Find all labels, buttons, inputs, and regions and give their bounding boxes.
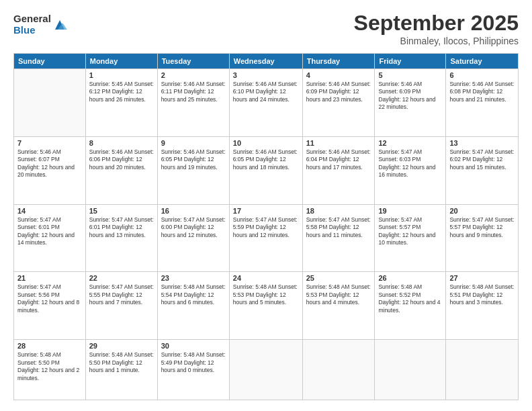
day-info: Sunrise: 5:47 AM Sunset: 5:56 PM Dayligh… <box>17 283 82 314</box>
col-thursday: Thursday <box>302 54 375 69</box>
col-wednesday: Wednesday <box>229 54 302 69</box>
day-info: Sunrise: 5:48 AM Sunset: 5:49 PM Dayligh… <box>161 351 226 374</box>
day-info: Sunrise: 5:48 AM Sunset: 5:53 PM Dayligh… <box>233 283 299 306</box>
day-info: Sunrise: 5:47 AM Sunset: 5:58 PM Dayligh… <box>306 216 371 239</box>
day-info: Sunrise: 5:47 AM Sunset: 5:57 PM Dayligh… <box>449 216 515 239</box>
day-info: Sunrise: 5:47 AM Sunset: 6:01 PM Dayligh… <box>89 216 154 239</box>
day-number: 24 <box>233 274 299 282</box>
col-sunday: Sunday <box>14 54 86 69</box>
day-info: Sunrise: 5:48 AM Sunset: 5:53 PM Dayligh… <box>306 283 371 306</box>
day-info: Sunrise: 5:48 AM Sunset: 5:50 PM Dayligh… <box>17 351 82 382</box>
day-info: Sunrise: 5:48 AM Sunset: 5:50 PM Dayligh… <box>89 351 154 374</box>
day-info: Sunrise: 5:47 AM Sunset: 6:00 PM Dayligh… <box>161 216 226 239</box>
table-row: 26Sunrise: 5:48 AM Sunset: 5:52 PM Dayli… <box>375 272 446 340</box>
table-row: 16Sunrise: 5:47 AM Sunset: 6:00 PM Dayli… <box>157 204 229 272</box>
day-number: 20 <box>449 207 515 215</box>
day-info: Sunrise: 5:47 AM Sunset: 6:01 PM Dayligh… <box>17 216 82 247</box>
day-number: 2 <box>161 71 226 79</box>
table-row: 29Sunrise: 5:48 AM Sunset: 5:50 PM Dayli… <box>85 340 157 400</box>
day-info: Sunrise: 5:46 AM Sunset: 6:06 PM Dayligh… <box>89 148 154 171</box>
day-number: 25 <box>306 274 371 282</box>
table-row: 25Sunrise: 5:48 AM Sunset: 5:53 PM Dayli… <box>302 272 375 340</box>
table-row: 27Sunrise: 5:48 AM Sunset: 5:51 PM Dayli… <box>446 272 519 340</box>
day-number: 27 <box>449 274 515 282</box>
day-number: 11 <box>306 139 371 147</box>
day-number: 8 <box>89 139 154 147</box>
col-saturday: Saturday <box>446 54 519 69</box>
day-info: Sunrise: 5:46 AM Sunset: 6:08 PM Dayligh… <box>449 81 515 103</box>
table-row: 5Sunrise: 5:46 AM Sunset: 6:09 PM Daylig… <box>375 69 446 137</box>
table-row: 3Sunrise: 5:46 AM Sunset: 6:10 PM Daylig… <box>229 69 302 137</box>
day-number: 17 <box>233 207 299 215</box>
month-title: September 2025 <box>354 11 519 36</box>
day-number: 7 <box>17 139 82 147</box>
table-row: 24Sunrise: 5:48 AM Sunset: 5:53 PM Dayli… <box>229 272 302 340</box>
day-info: Sunrise: 5:46 AM Sunset: 6:05 PM Dayligh… <box>233 148 299 171</box>
col-friday: Friday <box>375 54 446 69</box>
day-info: Sunrise: 5:47 AM Sunset: 6:03 PM Dayligh… <box>378 148 442 179</box>
table-row <box>375 340 446 400</box>
col-monday: Monday <box>85 54 157 69</box>
header: General Blue September 2025 Binmaley, Il… <box>13 11 519 46</box>
day-number: 13 <box>449 139 515 147</box>
col-tuesday: Tuesday <box>157 54 229 69</box>
table-row: 2Sunrise: 5:46 AM Sunset: 6:11 PM Daylig… <box>157 69 229 137</box>
day-info: Sunrise: 5:46 AM Sunset: 6:10 PM Dayligh… <box>233 81 299 103</box>
day-number: 16 <box>161 207 226 215</box>
table-row <box>229 340 302 400</box>
logo-blue: Blue <box>13 25 51 36</box>
table-row: 17Sunrise: 5:47 AM Sunset: 5:59 PM Dayli… <box>229 204 302 272</box>
table-row: 22Sunrise: 5:47 AM Sunset: 5:55 PM Dayli… <box>85 272 157 340</box>
table-row: 28Sunrise: 5:48 AM Sunset: 5:50 PM Dayli… <box>14 340 86 400</box>
table-row <box>446 340 519 400</box>
calendar-table: Sunday Monday Tuesday Wednesday Thursday… <box>13 53 519 400</box>
day-info: Sunrise: 5:48 AM Sunset: 5:51 PM Dayligh… <box>449 283 515 306</box>
day-number: 12 <box>378 139 442 147</box>
table-row: 19Sunrise: 5:47 AM Sunset: 5:57 PM Dayli… <box>375 204 446 272</box>
day-number: 18 <box>306 207 371 215</box>
table-row: 13Sunrise: 5:47 AM Sunset: 6:02 PM Dayli… <box>446 136 519 204</box>
page: General Blue September 2025 Binmaley, Il… <box>0 0 532 411</box>
day-info: Sunrise: 5:46 AM Sunset: 6:07 PM Dayligh… <box>17 148 82 179</box>
day-info: Sunrise: 5:46 AM Sunset: 6:09 PM Dayligh… <box>378 81 442 111</box>
table-row: 11Sunrise: 5:46 AM Sunset: 6:04 PM Dayli… <box>302 136 375 204</box>
table-row <box>302 340 375 400</box>
table-row: 23Sunrise: 5:48 AM Sunset: 5:54 PM Dayli… <box>157 272 229 340</box>
day-number: 26 <box>378 274 442 282</box>
day-info: Sunrise: 5:45 AM Sunset: 6:12 PM Dayligh… <box>89 81 154 103</box>
day-info: Sunrise: 5:46 AM Sunset: 6:04 PM Dayligh… <box>306 148 371 171</box>
day-info: Sunrise: 5:46 AM Sunset: 6:11 PM Dayligh… <box>161 81 226 103</box>
location: Binmaley, Ilocos, Philippines <box>354 36 519 46</box>
logo: General Blue <box>13 13 67 36</box>
logo-icon <box>52 17 67 32</box>
table-row: 6Sunrise: 5:46 AM Sunset: 6:08 PM Daylig… <box>446 69 519 137</box>
table-row: 1Sunrise: 5:45 AM Sunset: 6:12 PM Daylig… <box>85 69 157 137</box>
table-row: 15Sunrise: 5:47 AM Sunset: 6:01 PM Dayli… <box>85 204 157 272</box>
table-row: 7Sunrise: 5:46 AM Sunset: 6:07 PM Daylig… <box>14 136 86 204</box>
day-number: 1 <box>89 71 154 79</box>
day-number: 5 <box>378 71 442 79</box>
day-number: 15 <box>89 207 154 215</box>
day-number: 14 <box>17 207 82 215</box>
table-row: 12Sunrise: 5:47 AM Sunset: 6:03 PM Dayli… <box>375 136 446 204</box>
day-info: Sunrise: 5:47 AM Sunset: 5:59 PM Dayligh… <box>233 216 299 239</box>
table-row: 30Sunrise: 5:48 AM Sunset: 5:49 PM Dayli… <box>157 340 229 400</box>
table-row: 4Sunrise: 5:46 AM Sunset: 6:09 PM Daylig… <box>302 69 375 137</box>
day-number: 22 <box>89 274 154 282</box>
title-area: September 2025 Binmaley, Ilocos, Philipp… <box>354 11 519 46</box>
table-row: 18Sunrise: 5:47 AM Sunset: 5:58 PM Dayli… <box>302 204 375 272</box>
header-row: Sunday Monday Tuesday Wednesday Thursday… <box>14 54 519 69</box>
day-number: 4 <box>306 71 371 79</box>
table-row: 8Sunrise: 5:46 AM Sunset: 6:06 PM Daylig… <box>85 136 157 204</box>
day-number: 21 <box>17 274 82 282</box>
day-number: 6 <box>449 71 515 79</box>
table-row: 21Sunrise: 5:47 AM Sunset: 5:56 PM Dayli… <box>14 272 86 340</box>
day-number: 10 <box>233 139 299 147</box>
table-row: 20Sunrise: 5:47 AM Sunset: 5:57 PM Dayli… <box>446 204 519 272</box>
day-info: Sunrise: 5:46 AM Sunset: 6:05 PM Dayligh… <box>161 148 226 171</box>
day-info: Sunrise: 5:48 AM Sunset: 5:52 PM Dayligh… <box>378 283 442 314</box>
day-number: 28 <box>17 342 82 350</box>
logo-general: General <box>13 13 51 25</box>
day-number: 9 <box>161 139 226 147</box>
day-info: Sunrise: 5:47 AM Sunset: 6:02 PM Dayligh… <box>449 148 515 171</box>
